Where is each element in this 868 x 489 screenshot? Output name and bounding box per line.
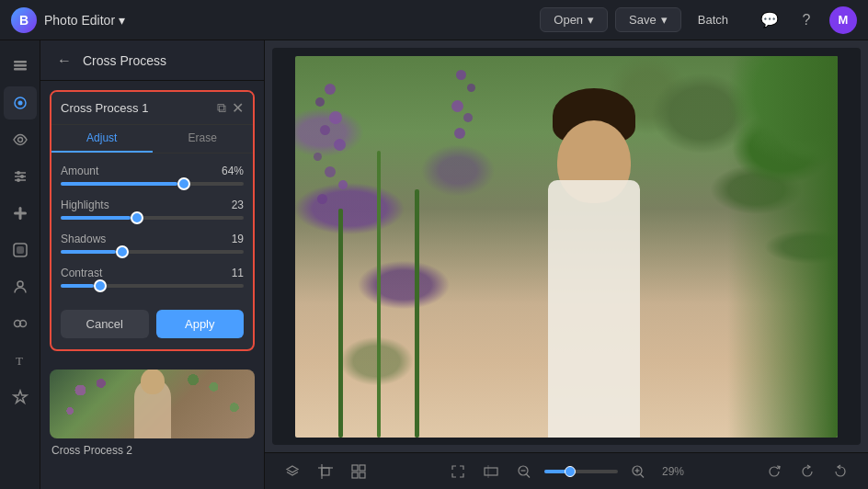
sidebar-item-mask[interactable] (4, 233, 37, 267)
open-label: Open (554, 13, 583, 27)
tab-adjust[interactable]: Adjust (51, 125, 153, 153)
svg-point-16 (17, 281, 23, 287)
slider-label-3: Contrast (61, 267, 102, 279)
photo-right-foliage (727, 56, 838, 438)
zoom-out-icon[interactable] (511, 459, 537, 484)
slider-track-0[interactable] (61, 182, 244, 186)
sidebar-item-filter[interactable] (4, 307, 37, 340)
panel-header: ← Cross Process (40, 40, 264, 81)
save-button[interactable]: Save ▾ (615, 7, 681, 32)
redo-icon[interactable] (828, 459, 853, 484)
copy-icon[interactable]: ⧉ (217, 100, 226, 116)
slider-thumb-2[interactable] (116, 245, 129, 258)
sliders-area: Amount 64% Highlights 23 Shadows 19 (51, 154, 253, 310)
slider-fill-0 (61, 182, 177, 186)
canvas-image-container (272, 48, 861, 445)
svg-rect-23 (352, 465, 358, 471)
sidebar-item-people[interactable] (4, 270, 37, 303)
slider-track-2[interactable] (61, 250, 244, 254)
zoom-in-icon[interactable] (625, 459, 651, 484)
adj-tabs: Adjust Erase (51, 125, 253, 154)
flower-cluster-mid (447, 56, 502, 222)
svg-point-11 (17, 178, 20, 182)
slider-thumb-1[interactable] (131, 211, 143, 224)
slider-track-1[interactable] (61, 216, 244, 220)
app-title-chevron: ▾ (119, 13, 125, 28)
open-button[interactable]: Open ▾ (540, 7, 608, 32)
card-title: Cross Process 1 (61, 101, 217, 115)
panel: ← Cross Process Cross Process 1 ⧉ ✕ Adju… (40, 40, 265, 489)
app-title-button[interactable]: Photo Editor ▾ (44, 13, 125, 28)
bottom-bar: 29% (265, 452, 868, 489)
thumbnail-area: Cross Process 2 (40, 360, 264, 466)
slider-track-3[interactable] (61, 284, 244, 288)
svg-point-5 (17, 138, 22, 142)
svg-rect-13 (14, 212, 27, 215)
help-icon-button[interactable]: ? (793, 6, 820, 34)
sidebar-item-effects[interactable] (4, 86, 37, 119)
crop-icon[interactable] (313, 459, 338, 484)
slider-label-1: Highlights (61, 199, 109, 211)
batch-label: Batch (698, 13, 728, 27)
sidebar-item-text[interactable]: T (4, 344, 37, 377)
thumbnail-card[interactable] (50, 370, 255, 438)
sidebar-item-adjustments[interactable] (4, 160, 37, 193)
chat-icon-button[interactable]: 💬 (756, 6, 783, 34)
card-header: Cross Process 1 ⧉ ✕ (51, 92, 253, 125)
sidebar-item-eye[interactable] (4, 123, 37, 156)
topbar-icons: 💬 ? M (756, 6, 857, 34)
photo-person (520, 88, 668, 438)
person-body (548, 180, 640, 438)
slider-label-2: Shadows (61, 233, 106, 245)
layers-icon[interactable] (280, 459, 305, 484)
bottom-center-zoom: 29% (371, 459, 761, 484)
slider-fill-1 (61, 216, 131, 220)
thumbnail-label: Cross Process 2 (50, 444, 255, 457)
svg-rect-0 (14, 68, 27, 71)
batch-button[interactable]: Batch (689, 8, 737, 31)
fit-icon[interactable] (478, 459, 504, 484)
user-avatar[interactable]: M (829, 6, 857, 34)
svg-point-9 (17, 171, 20, 175)
main-area: T ← Cross Process Cross Process 1 ⧉ ✕ Ad… (0, 40, 868, 489)
rotate-left-icon[interactable] (761, 459, 787, 484)
apply-button[interactable]: Apply (156, 310, 245, 338)
flower-stalk-3 (415, 189, 419, 438)
undo-icon[interactable] (794, 459, 820, 484)
svg-rect-2 (14, 61, 27, 63)
svg-point-10 (20, 175, 24, 178)
zoom-slider[interactable] (544, 470, 618, 473)
sidebar-item-sticker[interactable] (4, 381, 37, 414)
slider-fill-3 (61, 284, 94, 288)
slider-label-0: Amount (61, 165, 98, 177)
zoom-thumb (565, 466, 576, 477)
icon-sidebar: T (0, 40, 40, 489)
svg-line-35 (641, 474, 645, 478)
grid-icon[interactable] (346, 459, 371, 484)
thumbnail-image (50, 370, 255, 438)
sidebar-item-healing[interactable] (4, 197, 37, 230)
save-label: Save (629, 13, 657, 27)
svg-rect-20 (322, 468, 329, 475)
close-button[interactable]: ✕ (232, 99, 244, 117)
app-logo: B (11, 7, 37, 33)
svg-rect-1 (14, 64, 27, 67)
bottom-right-actions (761, 459, 853, 484)
svg-text:T: T (16, 354, 23, 368)
svg-rect-26 (360, 472, 365, 478)
sidebar-item-layers[interactable] (4, 50, 37, 83)
cancel-button[interactable]: Cancel (61, 310, 149, 338)
tab-erase[interactable]: Erase (153, 125, 254, 153)
slider-thumb-0[interactable] (177, 177, 190, 190)
slider-thumb-3[interactable] (94, 279, 107, 292)
svg-line-31 (527, 474, 531, 478)
back-button[interactable]: ← (53, 51, 75, 71)
slider-row-amount: Amount 64% (61, 165, 244, 186)
slider-row-shadows: Shadows 19 (61, 233, 244, 254)
flower-cluster-left (306, 74, 380, 258)
open-chevron: ▾ (588, 13, 594, 27)
expand-icon[interactable] (445, 459, 471, 484)
slider-row-contrast: Contrast 11 (61, 267, 244, 288)
zoom-level: 29% (658, 465, 688, 478)
svg-rect-25 (352, 472, 358, 478)
